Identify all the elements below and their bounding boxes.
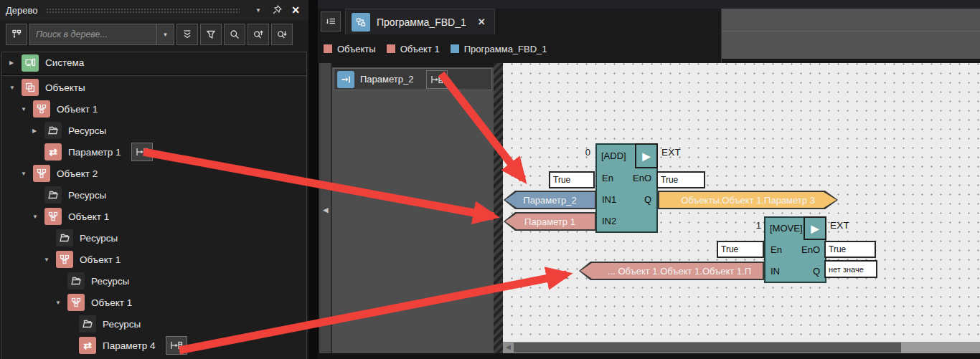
breadcrumb-item-программа-fbd-1[interactable]: Программа_FBD_1 [451,44,547,54]
tree-item-ресурсы[interactable]: Ресурсы [2,184,306,206]
chevron-down-icon[interactable]: ▼ [31,214,44,220]
panel-drag-handle[interactable] [46,8,240,14]
search-caret-button[interactable]: ▼ [157,24,174,45]
tab-list-button[interactable] [321,11,341,32]
expand-all-icon [182,29,193,40]
block-run-button[interactable]: ▶ [635,143,658,168]
input-link-object-path[interactable]: ... Объект 1.Объект 1.Объект 1.П [579,262,764,280]
chevron-down-icon[interactable]: ▼ [19,106,33,113]
tree-item-ресурсы[interactable]: Ресурсы [2,313,306,335]
pin-icon[interactable] [270,3,284,17]
port-in2[interactable]: IN2 [602,216,616,226]
breadcrumb-color-square [451,44,459,53]
port-in1[interactable]: IN1 [602,194,616,205]
collapse-left-icon[interactable]: ◀ [321,204,331,216]
tab-close-icon[interactable]: ✕ [478,17,486,27]
close-icon[interactable]: ✕ [288,3,303,17]
tree-item-label: Объект 1 [68,211,109,222]
tree-item-объект-1[interactable]: ▼Объект 1 [2,249,306,270]
background-toolbar-area [721,9,980,63]
tree-search: ▼ [29,24,174,45]
port-eno[interactable]: EnO [801,244,820,255]
tree-item-ресурсы[interactable]: Ресурсы [2,227,306,249]
chevron-down-icon[interactable]: ▼ [42,257,56,263]
folder-icon [44,122,62,139]
binding-badge[interactable] [166,336,187,355]
tree-item-label: Объект 1 [80,254,121,265]
tree-item-объект-1[interactable]: ▼Объект 1 [2,206,306,227]
port-row: IN1 Q [597,188,656,210]
port-row: IN Q [765,260,825,282]
q-value-box[interactable]: нет значе [824,260,877,278]
breadcrumb-item-объект-1[interactable]: Объект 1 [387,44,440,54]
tree-item-параметр-4[interactable]: ⇄Параметр 4 [2,335,306,356]
chevron-down-icon[interactable]: ▼ [8,85,22,91]
port-eno[interactable]: EnO [633,173,651,183]
en-value-box[interactable]: True [549,171,595,188]
filter-icon [205,29,217,40]
block-run-button[interactable]: ▶ [804,216,826,240]
en-value-box[interactable]: True [717,241,764,258]
tree-item-объекты[interactable]: ▼Объекты [2,77,306,98]
scrollbar-thumb[interactable] [514,343,901,353]
eno-value-box[interactable]: True [656,171,705,188]
tree-panel-header: Дерево ▼ ✕ [0,0,308,20]
search-down-icon-button[interactable] [271,24,293,45]
search-up-icon-button[interactable] [248,24,269,45]
tab-programma-fbd-1[interactable]: Программа_FBD_1 ✕ [345,9,495,34]
port-in[interactable]: IN [771,266,780,277]
system-icon [22,54,39,72]
port-q[interactable]: Q [813,266,820,277]
chevron-down-icon[interactable]: ▼ [54,300,67,306]
tree-item-параметр-1[interactable]: ⇄Параметр 1 [2,141,306,163]
horizontal-scrollbar[interactable]: ◀ [503,342,980,353]
chevron-right-icon[interactable]: ▶ [31,128,44,134]
tree-item-ресурсы[interactable]: ▶Ресурсы [2,120,306,141]
object-icon [44,208,62,225]
tree-view-icon[interactable] [6,24,27,45]
search-up-icon [253,29,264,40]
tree-item-label: Объект 1 [91,297,132,308]
port-q[interactable]: Q [644,194,651,205]
tree-item-label: Ресурсы [68,125,106,136]
link-label: Параметр 1 [504,212,596,231]
chevron-right-icon[interactable]: ▶ [8,59,22,66]
expand-all-icon-button[interactable] [176,24,198,45]
port-row: En EnO [597,167,656,188]
binding-icon [136,147,149,157]
breadcrumb-label: Объект 1 [400,44,440,54]
binding-badge[interactable] [426,70,448,89]
binding-badge[interactable] [131,143,153,161]
panel-splitter[interactable]: ◀ [318,63,332,353]
tree-item-label: Объект 1 [57,104,98,115]
objects-icon [22,79,39,96]
tree-item-объект-1[interactable]: ▼Объект 1 [2,98,306,120]
tree-item-объект-2[interactable]: ▼Объект 2 [2,163,306,184]
search-input[interactable] [29,24,157,45]
tree-item-ресурсы[interactable]: Ресурсы [2,270,306,292]
caret-down-icon[interactable]: ▼ [251,3,265,17]
input-link-parametr-2[interactable]: Параметр_2 [504,191,596,209]
search-icon-button[interactable] [224,24,245,45]
eno-value-box[interactable]: True [824,241,876,258]
port-en[interactable]: En [771,244,782,255]
folder-icon [56,229,73,246]
filter-icon-button[interactable] [200,24,222,45]
chevron-down-icon[interactable]: ▼ [19,171,33,177]
breadcrumb-item-объекты[interactable]: Объекты [324,44,376,54]
block-index: 0 [569,147,590,158]
tree-item-label: Ресурсы [91,276,129,287]
fbd-block-add[interactable]: [ADD] ▶ En EnO IN1 Q IN2 [595,143,658,233]
tab-label: Программа_FBD_1 [377,16,466,28]
tree-item-label: Ресурсы [103,319,141,330]
input-link-parametr-1[interactable]: Параметр 1 [504,212,596,231]
fbd-block-move[interactable]: [MOVE] ▶ En EnO IN Q [764,216,826,283]
scroll-left-icon[interactable]: ◀ [503,342,514,353]
output-link-parametr-3[interactable]: Объекты.Объект 1.Параметр 3 [658,191,838,209]
fbd-canvas[interactable]: 0 [ADD] ▶ En EnO IN1 Q IN2 EX [503,63,980,342]
tree-item-система[interactable]: ▶Система [2,52,306,73]
port-en[interactable]: En [602,173,613,183]
tree-item-объект-1[interactable]: ▼Объект 1 [2,292,306,313]
folder-icon [67,272,85,289]
argument-item-parametr-2[interactable]: Параметр_2 [334,68,492,90]
